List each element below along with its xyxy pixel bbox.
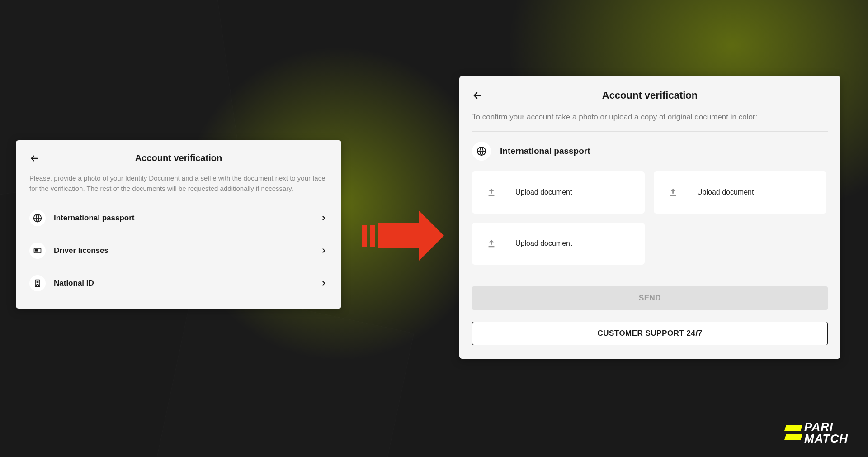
background-shape [156, 286, 414, 457]
id-card-icon [33, 246, 42, 255]
panel-description: To confirm your account take a photo or … [472, 111, 828, 132]
upload-slot-2[interactable]: Upload document [654, 171, 826, 214]
globe-icon [33, 214, 42, 223]
logo-bar [784, 425, 803, 431]
svg-rect-6 [489, 195, 495, 196]
upload-icon [486, 187, 496, 197]
arrow-left-icon [472, 90, 483, 101]
svg-rect-7 [670, 195, 676, 196]
doc-option-driver-license[interactable]: Driver licenses [29, 234, 328, 267]
panel-header: Account verification [29, 153, 328, 163]
logo-bars [785, 425, 802, 440]
svg-rect-8 [489, 246, 495, 248]
customer-support-button[interactable]: CUSTOMER SUPPORT 24/7 [472, 322, 828, 345]
logo-bar [784, 434, 803, 440]
flow-arrow [362, 210, 444, 261]
arrow-bar [370, 225, 375, 247]
national-id-icon [33, 279, 42, 288]
globe-icon-wrap [29, 210, 46, 226]
globe-icon-wrap [472, 142, 491, 161]
panel-description: Please, provide a photo of your Identity… [29, 173, 328, 194]
parimatch-logo: PARI MATCH [785, 421, 848, 444]
verification-select-panel: Account verification Please, provide a p… [16, 140, 341, 309]
id-icon-wrap [29, 275, 46, 291]
logo-line-2: MATCH [804, 433, 848, 444]
chevron-right-icon [320, 214, 328, 222]
arrow-bar [362, 225, 367, 247]
svg-rect-2 [35, 250, 37, 251]
upload-grid: Upload document Upload document Upload d… [472, 171, 828, 265]
send-button[interactable]: SEND [472, 286, 828, 310]
back-button[interactable] [29, 153, 39, 163]
upload-icon [486, 238, 496, 248]
doc-option-label: National ID [54, 279, 320, 288]
arrow-body [378, 223, 419, 248]
upload-label: Upload document [697, 188, 754, 196]
panel-title: Account verification [29, 153, 328, 163]
logo-text: PARI MATCH [804, 421, 848, 444]
doc-option-label: International passport [54, 214, 320, 223]
doc-option-label: Driver licenses [54, 246, 320, 255]
globe-icon [476, 146, 486, 156]
doc-option-passport[interactable]: International passport [29, 202, 328, 234]
back-button[interactable] [472, 90, 483, 101]
arrow-head [419, 210, 444, 261]
upload-icon [668, 187, 678, 197]
svg-point-4 [37, 281, 38, 283]
verification-upload-panel: Account verification To confirm your acc… [459, 76, 840, 359]
upload-label: Upload document [515, 188, 572, 196]
chevron-right-icon [320, 279, 328, 287]
card-icon-wrap [29, 243, 46, 259]
selected-document: International passport [472, 142, 828, 161]
panel-title: Account verification [472, 90, 828, 101]
logo-line-1: PARI [804, 421, 848, 433]
panel-header: Account verification [472, 90, 828, 101]
upload-slot-1[interactable]: Upload document [472, 171, 645, 214]
arrow-body-wrap [378, 210, 444, 261]
selected-document-label: International passport [500, 146, 590, 156]
doc-option-national-id[interactable]: National ID [29, 267, 328, 300]
upload-label: Upload document [515, 239, 572, 248]
chevron-right-icon [320, 247, 328, 255]
upload-slot-3[interactable]: Upload document [472, 223, 645, 265]
arrow-left-icon [29, 153, 39, 163]
